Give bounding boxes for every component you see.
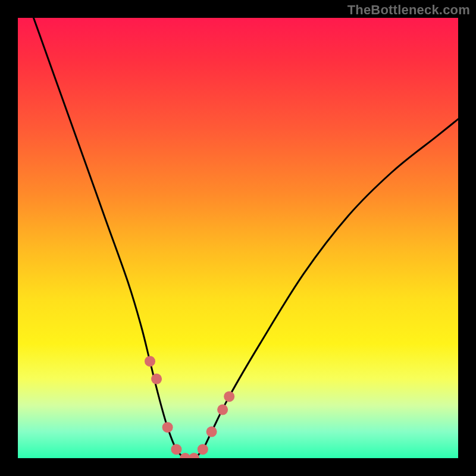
highlight-dot [206,427,217,437]
plot-area [18,18,458,458]
highlight-dots [145,356,234,458]
curve-layer [18,18,458,458]
highlight-dot [171,444,181,455]
highlight-dot [198,444,208,455]
watermark-text: TheBottleneck.com [347,2,470,18]
highlight-dot [145,356,155,367]
highlight-dot [151,374,162,384]
bottleneck-curve [18,18,458,458]
highlight-dot [162,422,173,433]
highlight-dot [189,453,199,458]
chart-frame: TheBottleneck.com [0,0,476,476]
highlight-dot [224,391,234,402]
highlight-dot [217,405,228,415]
